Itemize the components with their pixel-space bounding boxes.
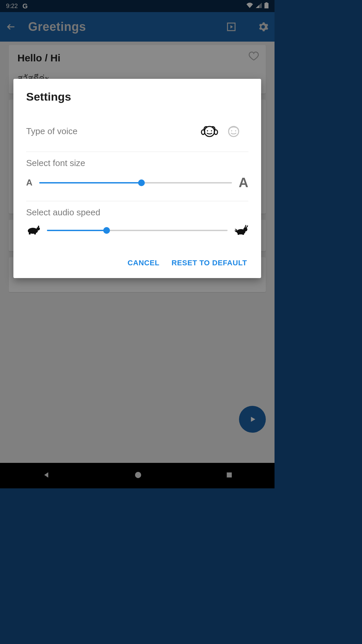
- voice-type-label: Type of voice: [26, 126, 77, 137]
- svg-rect-19: [34, 233, 36, 234]
- svg-point-15: [235, 130, 236, 131]
- reset-to-default-button[interactable]: Reset to default: [170, 256, 248, 270]
- svg-point-10: [211, 130, 212, 131]
- turtle-icon: [26, 225, 40, 236]
- svg-point-8: [204, 126, 215, 137]
- svg-point-9: [207, 130, 208, 131]
- audio-speed-label: Select audio speed: [26, 207, 248, 218]
- font-big-icon: A: [239, 175, 248, 190]
- svg-rect-24: [238, 233, 239, 235]
- svg-point-17: [37, 227, 40, 230]
- rabbit-icon: [234, 224, 248, 236]
- svg-point-11: [201, 130, 205, 135]
- cancel-button[interactable]: Cancel: [126, 256, 161, 270]
- font-small-icon: A: [26, 177, 33, 188]
- svg-point-14: [231, 130, 232, 131]
- settings-dialog: Settings Type of voice: [13, 79, 261, 278]
- svg-point-20: [38, 226, 39, 227]
- font-size-slider[interactable]: [39, 177, 232, 188]
- audio-speed-slider[interactable]: [47, 225, 228, 236]
- voice-female-icon[interactable]: [197, 121, 222, 141]
- svg-point-12: [214, 130, 218, 135]
- voice-male-icon[interactable]: [222, 121, 246, 141]
- voice-type-toggle[interactable]: [195, 121, 248, 141]
- dialog-title: Settings: [26, 90, 248, 103]
- svg-point-22: [243, 227, 247, 231]
- font-size-label: Select font size: [26, 158, 248, 168]
- svg-rect-18: [29, 233, 31, 234]
- svg-rect-25: [242, 233, 244, 235]
